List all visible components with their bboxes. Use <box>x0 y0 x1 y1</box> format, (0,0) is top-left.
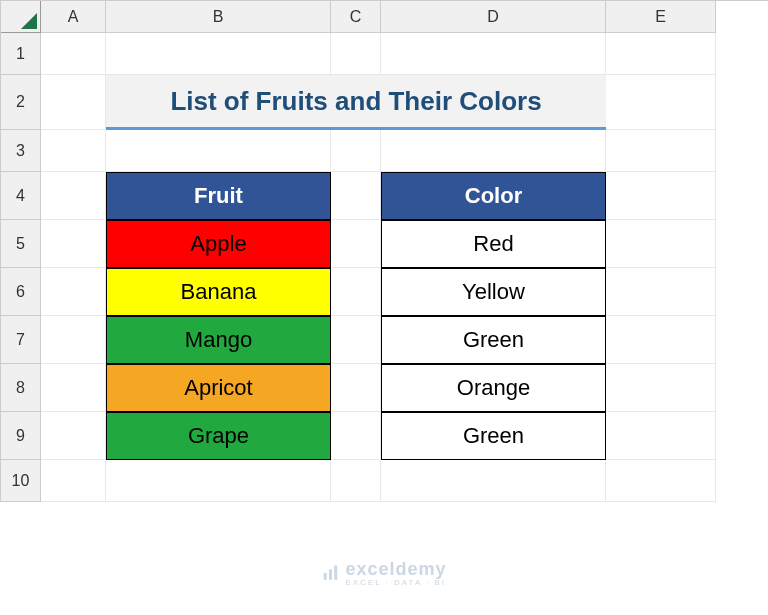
cell-C3[interactable] <box>331 130 381 172</box>
cell-E8[interactable] <box>606 364 716 412</box>
cell-B3[interactable] <box>106 130 331 172</box>
fruit-header-cell[interactable]: Fruit <box>106 172 331 220</box>
cell-E5[interactable] <box>606 220 716 268</box>
row-header-10[interactable]: 10 <box>1 460 41 502</box>
row-header-9[interactable]: 9 <box>1 412 41 460</box>
cell-A9[interactable] <box>41 412 106 460</box>
cell-E4[interactable] <box>606 172 716 220</box>
cell-C8[interactable] <box>331 364 381 412</box>
row-header-4[interactable]: 4 <box>1 172 41 220</box>
cell-E6[interactable] <box>606 268 716 316</box>
row-header-1[interactable]: 1 <box>1 33 41 75</box>
col-header-D[interactable]: D <box>381 1 606 33</box>
cell-A10[interactable] <box>41 460 106 502</box>
col-header-E[interactable]: E <box>606 1 716 33</box>
color-cell[interactable]: Green <box>381 412 606 460</box>
color-cell[interactable]: Green <box>381 316 606 364</box>
color-cell[interactable]: Red <box>381 220 606 268</box>
cell-B10[interactable] <box>106 460 331 502</box>
watermark-brand: exceldemy <box>345 559 446 580</box>
cell-C1[interactable] <box>331 33 381 75</box>
cell-C5[interactable] <box>331 220 381 268</box>
watermark-tagline: EXCEL · DATA · BI <box>345 578 446 587</box>
cell-A2[interactable] <box>41 75 106 130</box>
cell-E3[interactable] <box>606 130 716 172</box>
cell-A8[interactable] <box>41 364 106 412</box>
color-cell[interactable]: Orange <box>381 364 606 412</box>
cell-D1[interactable] <box>381 33 606 75</box>
cell-D3[interactable] <box>381 130 606 172</box>
cell-C9[interactable] <box>331 412 381 460</box>
row-header-8[interactable]: 8 <box>1 364 41 412</box>
fruit-cell[interactable]: Apple <box>106 220 331 268</box>
title-cell[interactable]: List of Fruits and Their Colors <box>106 75 606 130</box>
cell-E2[interactable] <box>606 75 716 130</box>
svg-rect-2 <box>334 566 337 580</box>
cell-C10[interactable] <box>331 460 381 502</box>
row-header-3[interactable]: 3 <box>1 130 41 172</box>
spreadsheet-grid: A B C D E 1 2 List of Fruits and Their C… <box>0 0 768 502</box>
col-header-B[interactable]: B <box>106 1 331 33</box>
col-header-A[interactable]: A <box>41 1 106 33</box>
color-header-cell[interactable]: Color <box>381 172 606 220</box>
fruit-cell[interactable]: Mango <box>106 316 331 364</box>
fruit-cell[interactable]: Grape <box>106 412 331 460</box>
chart-icon <box>321 564 339 582</box>
cell-A5[interactable] <box>41 220 106 268</box>
cell-D10[interactable] <box>381 460 606 502</box>
cell-A6[interactable] <box>41 268 106 316</box>
cell-E7[interactable] <box>606 316 716 364</box>
row-header-5[interactable]: 5 <box>1 220 41 268</box>
cell-C6[interactable] <box>331 268 381 316</box>
col-header-C[interactable]: C <box>331 1 381 33</box>
cell-B1[interactable] <box>106 33 331 75</box>
watermark: exceldemy EXCEL · DATA · BI <box>321 559 446 587</box>
cell-E10[interactable] <box>606 460 716 502</box>
cell-C7[interactable] <box>331 316 381 364</box>
color-cell[interactable]: Yellow <box>381 268 606 316</box>
select-all-corner[interactable] <box>1 1 41 33</box>
cell-A3[interactable] <box>41 130 106 172</box>
cell-A7[interactable] <box>41 316 106 364</box>
row-header-2[interactable]: 2 <box>1 75 41 130</box>
fruit-cell[interactable]: Banana <box>106 268 331 316</box>
cell-C4[interactable] <box>331 172 381 220</box>
cell-A1[interactable] <box>41 33 106 75</box>
fruit-cell[interactable]: Apricot <box>106 364 331 412</box>
row-header-7[interactable]: 7 <box>1 316 41 364</box>
cell-A4[interactable] <box>41 172 106 220</box>
row-header-6[interactable]: 6 <box>1 268 41 316</box>
svg-rect-0 <box>324 573 327 580</box>
cell-E1[interactable] <box>606 33 716 75</box>
svg-rect-1 <box>329 569 332 580</box>
cell-E9[interactable] <box>606 412 716 460</box>
